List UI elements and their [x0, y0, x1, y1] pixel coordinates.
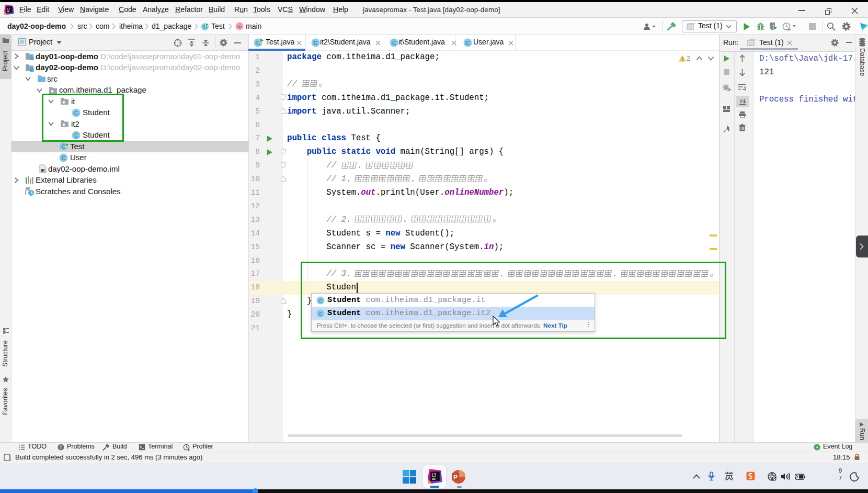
svg-text:C: C: [62, 144, 65, 150]
svg-text:C: C: [62, 155, 65, 161]
svg-text:C: C: [256, 40, 260, 46]
svg-text:IJ: IJ: [431, 473, 436, 478]
svg-text:C: C: [392, 40, 396, 46]
svg-text:C: C: [466, 40, 470, 46]
svg-text:C: C: [314, 40, 317, 46]
svg-text:P: P: [453, 474, 458, 481]
